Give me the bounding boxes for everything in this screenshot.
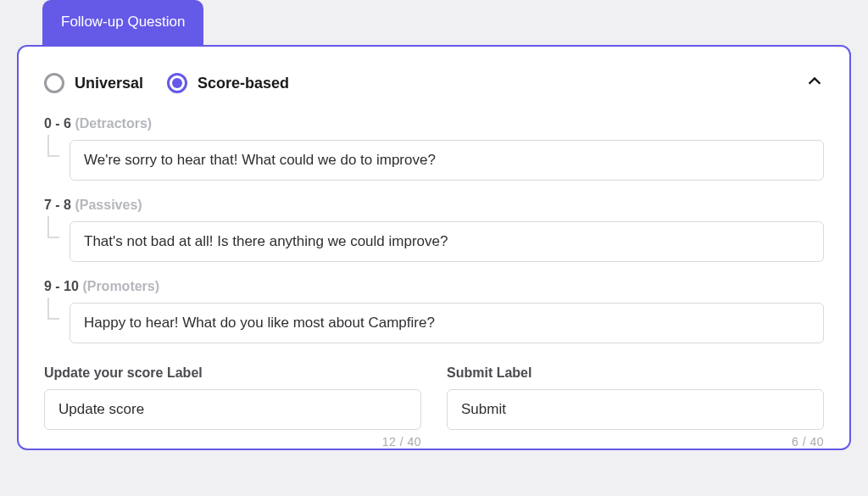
detractors-input[interactable]	[70, 140, 824, 181]
labels-row: Update your score Label 12 / 40 Submit L…	[44, 365, 824, 449]
group-name: (Detractors)	[75, 116, 152, 131]
update-score-label: Update your score Label	[44, 365, 421, 381]
submit-input[interactable]	[447, 389, 824, 430]
group-passives-label: 7 - 8 (Passives)	[44, 198, 824, 213]
promoters-input[interactable]	[70, 303, 824, 343]
chevron-up-icon	[805, 79, 824, 93]
header-row: Universal Score-based	[44, 72, 824, 94]
radio-score-based-label: Score-based	[198, 75, 289, 92]
group-passives: 7 - 8 (Passives)	[44, 198, 824, 262]
branch-connector-icon	[44, 221, 63, 262]
submit-char-count: 6 / 40	[447, 435, 824, 449]
group-range: 7 - 8	[44, 198, 71, 212]
group-promoters-label: 9 - 10 (Promoters)	[44, 279, 824, 294]
follow-up-card: Universal Score-based 0 - 6 (Detractors)…	[17, 45, 851, 450]
update-score-input[interactable]	[44, 389, 421, 430]
radio-universal-label: Universal	[75, 75, 143, 92]
collapse-button[interactable]	[805, 72, 824, 94]
question-type-radio-group: Universal Score-based	[44, 73, 289, 93]
radio-circle-selected-icon	[167, 73, 187, 93]
group-promoters: 9 - 10 (Promoters)	[44, 279, 824, 343]
group-name: (Passives)	[75, 198, 142, 212]
tab-follow-up-question[interactable]: Follow-up Question	[42, 0, 203, 45]
branch-connector-icon	[44, 303, 63, 343]
group-range: 0 - 6	[44, 116, 71, 131]
update-score-col: Update your score Label 12 / 40	[44, 365, 421, 449]
passives-input[interactable]	[70, 221, 824, 262]
submit-label: Submit Label	[447, 365, 824, 381]
group-detractors-label: 0 - 6 (Detractors)	[44, 116, 824, 131]
group-name: (Promoters)	[82, 279, 159, 293]
update-score-char-count: 12 / 40	[44, 435, 421, 449]
radio-circle-icon	[44, 73, 64, 93]
group-range: 9 - 10	[44, 279, 79, 293]
radio-universal[interactable]: Universal	[44, 73, 143, 93]
submit-col: Submit Label 6 / 40	[447, 365, 824, 449]
group-detractors: 0 - 6 (Detractors)	[44, 116, 824, 181]
radio-score-based[interactable]: Score-based	[167, 73, 289, 93]
tab-label: Follow-up Question	[61, 14, 185, 30]
branch-connector-icon	[44, 140, 63, 181]
